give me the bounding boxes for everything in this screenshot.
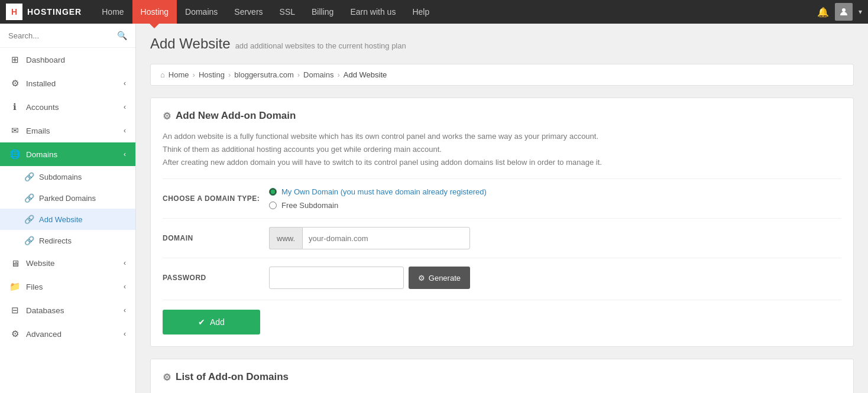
svg-point-0: [842, 8, 846, 12]
domain-type-own-radio[interactable]: [269, 188, 277, 196]
sidebar-item-label: Emails: [26, 126, 50, 135]
sidebar-item-label: Domains: [26, 150, 57, 159]
logo-icon: H: [6, 4, 22, 20]
add-domain-title: ⚙ Add New Add-on Domain: [163, 110, 841, 122]
sidebar-item-label: Advanced: [26, 330, 61, 339]
breadcrumb-sep-1: ›: [193, 70, 195, 79]
redirects-icon: 🔗: [24, 235, 34, 246]
check-icon: ✔: [198, 317, 205, 327]
add-button[interactable]: ✔ Add: [163, 310, 260, 334]
databases-arrow: ‹: [124, 306, 126, 314]
nav-ssl[interactable]: SSL: [271, 0, 303, 24]
page-title-row: Add Website add additional websites to t…: [150, 35, 854, 54]
list-title-icon: ⚙: [163, 372, 171, 383]
sidebar-item-dashboard[interactable]: ⊞ Dashboard: [0, 48, 135, 72]
accounts-arrow: ‹: [124, 103, 126, 111]
domain-type-free-radio[interactable]: [269, 202, 277, 209]
sidebar-item-domains[interactable]: 🌐 Domains ‹: [0, 142, 135, 166]
domain-row: DOMAIN www.: [163, 218, 841, 258]
user-dropdown-arrow[interactable]: ▾: [859, 8, 862, 16]
installed-icon: ⚙: [9, 78, 20, 89]
emails-icon: ✉: [9, 125, 20, 136]
domain-control: www.: [269, 227, 841, 249]
add-domain-card: ⚙ Add New Add-on Domain An addon website…: [150, 98, 854, 347]
nav-help[interactable]: Help: [404, 0, 438, 24]
files-icon: 📁: [9, 281, 20, 292]
databases-icon: ⊟: [9, 305, 20, 316]
subdomains-icon: 🔗: [24, 171, 34, 182]
sidebar-search[interactable]: 🔍: [0, 24, 135, 48]
nav-home[interactable]: Home: [93, 0, 132, 24]
sidebar-item-add-website[interactable]: 🔗 Add Website: [0, 209, 135, 230]
domain-label: DOMAIN: [163, 234, 269, 242]
generate-button[interactable]: ⚙ Generate: [409, 267, 470, 289]
sidebar-item-subdomains[interactable]: 🔗 Subdomains: [0, 166, 135, 187]
breadcrumb-domains[interactable]: Domains: [303, 70, 333, 79]
search-icon: 🔍: [117, 31, 127, 40]
domain-type-free[interactable]: Free Subdomain: [269, 201, 841, 210]
domain-type-radio-group: My Own Domain (you must have domain alre…: [269, 187, 841, 210]
domain-type-own-label: My Own Domain (you must have domain alre…: [281, 187, 487, 196]
sidebar-item-databases[interactable]: ⊟ Databases ‹: [0, 298, 135, 322]
advanced-icon: ⚙: [9, 329, 20, 339]
sidebar-item-label: Dashboard: [26, 56, 65, 64]
user-avatar[interactable]: [835, 3, 853, 21]
breadcrumb-hosting[interactable]: Hosting: [199, 70, 225, 79]
nav-billing[interactable]: Billing: [303, 0, 342, 24]
domain-type-control: My Own Domain (you must have domain alre…: [269, 187, 841, 210]
installed-arrow: ‹: [124, 79, 126, 87]
password-control: ⚙ Generate: [269, 267, 841, 289]
sidebar-item-label: Accounts: [26, 103, 59, 112]
parked-domains-icon: 🔗: [24, 193, 34, 203]
main-content: Add Website add additional websites to t…: [136, 24, 868, 393]
gear-icon: ⚙: [418, 274, 425, 282]
nav-servers[interactable]: Servers: [226, 0, 271, 24]
breadcrumb-domain[interactable]: bloggersutra.com: [234, 70, 293, 79]
notification-bell[interactable]: 🔔: [817, 7, 829, 18]
add-website-icon: 🔗: [24, 214, 34, 225]
sidebar-item-redirects[interactable]: 🔗 Redirects: [0, 230, 135, 251]
domain-input[interactable]: [302, 227, 470, 249]
list-domains-card: ⚙ List of Add-on Domains: [150, 359, 854, 393]
sidebar-item-accounts[interactable]: ℹ Accounts ‹: [0, 95, 135, 119]
breadcrumb-home[interactable]: Home: [169, 70, 189, 79]
nav-hosting[interactable]: Hosting: [132, 0, 177, 24]
logo[interactable]: H HOSTINGER: [6, 4, 82, 20]
form-actions: ✔ Add: [163, 300, 841, 334]
accounts-icon: ℹ: [9, 102, 20, 112]
domain-type-row: CHOOSE A DOMAIN TYPE: My Own Domain (you…: [163, 178, 841, 218]
emails-arrow: ‹: [124, 126, 126, 135]
page-layout: 🔍 ⊞ Dashboard ⚙ Installed ‹ ℹ Accounts ‹…: [0, 24, 868, 393]
nav-earn[interactable]: Earn with us: [342, 0, 404, 24]
sidebar-item-installed[interactable]: ⚙ Installed ‹: [0, 72, 135, 95]
sidebar-item-advanced[interactable]: ⚙ Advanced ‹: [0, 322, 135, 346]
advanced-arrow: ‹: [124, 330, 126, 338]
sidebar-item-label: Installed: [26, 79, 56, 88]
sidebar-item-parked-domains[interactable]: 🔗 Parked Domains: [0, 187, 135, 209]
list-card-title: ⚙ List of Add-on Domains: [163, 371, 841, 383]
sidebar-item-label: Files: [26, 282, 43, 291]
sidebar-item-website[interactable]: 🖥 Website ‹: [0, 251, 135, 275]
sidebar-sub-label: Add Website: [39, 215, 82, 224]
sidebar-item-label: Website: [26, 259, 55, 268]
nav-domains[interactable]: Domains: [177, 0, 226, 24]
password-input[interactable]: [269, 267, 404, 289]
password-group: ⚙ Generate: [269, 267, 470, 289]
domain-type-own[interactable]: My Own Domain (you must have domain alre…: [269, 187, 841, 196]
domains-arrow: ‹: [124, 150, 126, 158]
sidebar-item-label: Databases: [26, 306, 64, 315]
password-row: PASSWORD ⚙ Generate: [163, 258, 841, 297]
sidebar-item-files[interactable]: 📁 Files ‹: [0, 275, 135, 298]
breadcrumb: ⌂ Home › Hosting › bloggersutra.com › Do…: [150, 64, 854, 86]
add-domain-description: An addon website is a fully functional w…: [163, 130, 841, 169]
breadcrumb-current: Add Website: [344, 70, 387, 79]
sidebar: 🔍 ⊞ Dashboard ⚙ Installed ‹ ℹ Accounts ‹…: [0, 24, 136, 393]
sidebar-item-emails[interactable]: ✉ Emails ‹: [0, 119, 135, 142]
search-input[interactable]: [8, 31, 117, 40]
add-domain-title-icon: ⚙: [163, 111, 171, 122]
breadcrumb-sep-4: ›: [337, 70, 339, 79]
domain-input-group: www.: [269, 227, 470, 249]
domains-icon: 🌐: [9, 149, 20, 160]
page-title: Add Website: [150, 35, 231, 52]
sidebar-sub-label: Redirects: [39, 236, 72, 245]
